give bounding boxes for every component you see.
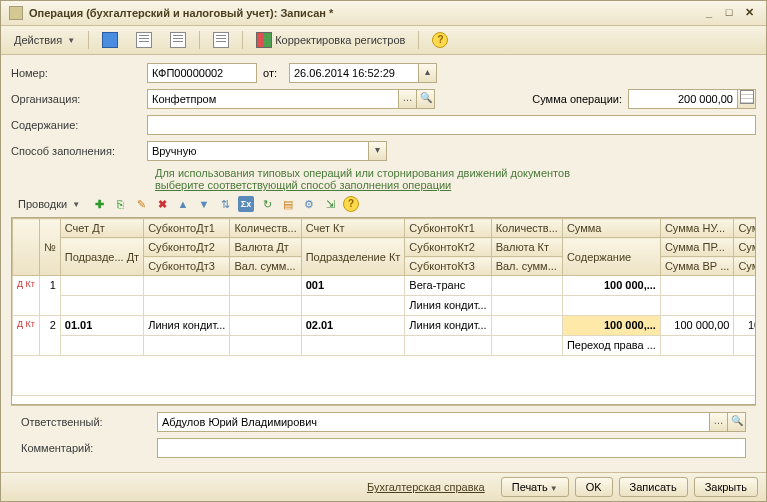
minimize-button[interactable]: _ (700, 5, 718, 21)
cell-sub-dt2[interactable] (144, 336, 230, 356)
cell-sub-dt1[interactable] (144, 276, 230, 296)
cell-pr-kt[interactable] (734, 336, 756, 356)
table-row[interactable]: Линия кондит... (13, 296, 757, 316)
ok-button[interactable]: OK (575, 477, 613, 497)
date-field[interactable]: ▴ (289, 63, 437, 83)
close-form-button[interactable]: Закрыть (694, 477, 758, 497)
col-pr-kt[interactable]: Сумма ПР... (734, 238, 756, 257)
cell-dept-dt[interactable] (60, 336, 143, 356)
sort-button[interactable]: ⇅ (216, 195, 234, 213)
col-sub-kt1[interactable]: СубконтоКт1 (405, 219, 491, 238)
cell-acc-dt[interactable]: 01.01 (60, 316, 143, 336)
maximize-button[interactable]: □ (720, 5, 738, 21)
responsible-input[interactable] (157, 412, 710, 432)
org-input[interactable] (147, 89, 399, 109)
cell-dept-dt[interactable] (60, 296, 143, 316)
help-button[interactable]: ? (425, 29, 455, 51)
cell-sum[interactable]: 100 000,... (562, 276, 660, 296)
col-content[interactable]: Содержание (562, 238, 660, 276)
col-dept-kt[interactable]: Подразделение Кт (301, 238, 405, 276)
responsible-lookup-button[interactable]: 🔍 (728, 412, 746, 432)
cell-acc-dt[interactable] (60, 276, 143, 296)
col-n[interactable]: № (39, 219, 60, 276)
settings-button[interactable]: ⚙ (300, 195, 318, 213)
fill-input[interactable] (147, 141, 369, 161)
cell-nu-kt[interactable] (734, 276, 756, 296)
cell-acc-kt[interactable]: 02.01 (301, 316, 405, 336)
save-button[interactable] (95, 29, 125, 51)
cell-qty-dt[interactable] (230, 316, 301, 336)
cell-sub-kt2[interactable] (405, 336, 491, 356)
col-sub-kt3[interactable]: СубконтоКт3 (405, 257, 491, 276)
cell-dept-kt[interactable] (301, 336, 405, 356)
print-button[interactable]: Печать▼ (501, 477, 569, 497)
number-input[interactable] (147, 63, 257, 83)
cell-cur-kt[interactable] (491, 336, 562, 356)
cell-nu-dt[interactable] (660, 276, 734, 296)
date-stepper[interactable]: ▴ (419, 63, 437, 83)
cell-sub-kt2[interactable]: Линия кондит... (405, 296, 491, 316)
table-row[interactable]: Д Кт 1 001 Вега-транс 100 000,... (13, 276, 757, 296)
cell-acc-kt[interactable]: 001 (301, 276, 405, 296)
responsible-field[interactable]: … 🔍 (157, 412, 746, 432)
col-cursum-kt[interactable]: Вал. сумм... (491, 257, 562, 276)
cell-pr-dt[interactable] (660, 336, 734, 356)
table-row[interactable]: Д Кт 2 01.01 Линия кондит... 02.01 Линия… (13, 316, 757, 336)
cell-cur-dt[interactable] (230, 296, 301, 316)
col-sub-dt3[interactable]: СубконтоДт3 (144, 257, 230, 276)
cell-qty-kt[interactable] (491, 316, 562, 336)
col-dept-dt[interactable]: Подразде... Дт (60, 238, 143, 276)
cell-nu-kt[interactable]: 100 000,00 (734, 316, 756, 336)
content-input[interactable] (147, 115, 756, 135)
sum-calc-button[interactable] (738, 89, 756, 109)
nav-right-button[interactable] (163, 29, 193, 51)
col-sub-kt2[interactable]: СубконтоКт2 (405, 238, 491, 257)
comment-input[interactable] (157, 438, 746, 458)
cell-dept-kt[interactable] (301, 296, 405, 316)
org-select-button[interactable]: … (399, 89, 417, 109)
copy-row-button[interactable]: ⎘ (111, 195, 129, 213)
col-cur-dt[interactable]: Валюта Дт (230, 238, 301, 257)
cell-sub-kt1[interactable]: Линия кондит... (405, 316, 491, 336)
entries-menu[interactable]: Проводки▼ (11, 195, 87, 213)
col-sum[interactable]: Сумма (562, 219, 660, 238)
col-sub-dt2[interactable]: СубконтоДт2 (144, 238, 230, 257)
cell-nu-dt[interactable]: 100 000,00 (660, 316, 734, 336)
org-lookup-button[interactable]: 🔍 (417, 89, 435, 109)
date-input[interactable] (289, 63, 419, 83)
add-row-button[interactable]: ✚ (90, 195, 108, 213)
cell-sum[interactable]: 100 000,... (562, 316, 660, 336)
col-pr-dt[interactable]: Сумма ПР... (660, 238, 734, 257)
cell-sub-kt1[interactable]: Вега-транс (405, 276, 491, 296)
col-cur-kt[interactable]: Валюта Кт (491, 238, 562, 257)
delete-row-button[interactable]: ✖ (153, 195, 171, 213)
cell-qty-kt[interactable] (491, 276, 562, 296)
filter-button[interactable]: ▤ (279, 195, 297, 213)
move-down-button[interactable]: ▼ (195, 195, 213, 213)
fill-select[interactable]: ▾ (147, 141, 387, 161)
fill-dropdown-button[interactable]: ▾ (369, 141, 387, 161)
help-grid-button[interactable]: ? (342, 195, 360, 213)
actions-menu[interactable]: Действия▼ (7, 31, 82, 49)
move-up-button[interactable]: ▲ (174, 195, 192, 213)
col-nu-kt[interactable]: Сумма НУ... (734, 219, 756, 238)
cell-sub-dt2[interactable] (144, 296, 230, 316)
cell-cur-dt[interactable] (230, 336, 301, 356)
accounting-reference-link[interactable]: Бухгалтерская справка (367, 481, 485, 493)
cell-cur-kt[interactable] (491, 296, 562, 316)
col-qty-kt[interactable]: Количеств... (491, 219, 562, 238)
sigma-button[interactable]: Σx (237, 195, 255, 213)
cell-pr-kt[interactable] (734, 296, 756, 316)
close-button[interactable]: ✕ (740, 5, 758, 21)
nav-left-button[interactable] (129, 29, 159, 51)
entries-grid[interactable]: № Счет Дт СубконтоДт1 Количеств... Счет … (11, 217, 756, 405)
col-vr-kt[interactable]: Сумма ВР ... (734, 257, 756, 276)
col-acc-kt[interactable]: Счет Кт (301, 219, 405, 238)
responsible-select-button[interactable]: … (710, 412, 728, 432)
col-qty-dt[interactable]: Количеств... (230, 219, 301, 238)
edit-row-button[interactable]: ✎ (132, 195, 150, 213)
table-row-empty[interactable] (13, 356, 757, 396)
refresh-button[interactable]: ↻ (258, 195, 276, 213)
col-marker[interactable] (13, 219, 40, 276)
doc-info-button[interactable] (206, 29, 236, 51)
